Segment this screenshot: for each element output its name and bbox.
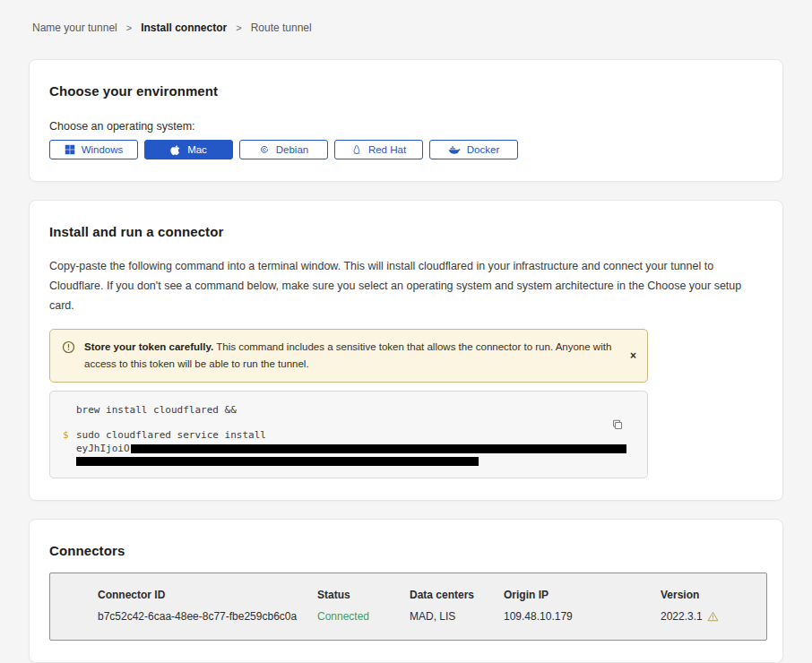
header-connector-id: Connector ID: [98, 589, 317, 601]
header-version: Version: [661, 589, 766, 601]
apple-icon: [170, 144, 181, 156]
environment-card: Choose your environment Choose an operat…: [29, 59, 783, 182]
header-data-centers: Data centers: [410, 589, 504, 601]
environment-card-title: Choose your environment: [49, 83, 763, 99]
redhat-linux-icon: [351, 144, 362, 156]
install-card-title: Install and run a connector: [49, 224, 763, 239]
os-button-docker[interactable]: Docker: [429, 140, 518, 159]
os-button-label: Docker: [467, 144, 499, 155]
connectors-card-title: Connectors: [49, 543, 763, 558]
prompt-gutter: [63, 404, 76, 418]
breadcrumb-step-route-tunnel[interactable]: Route tunnel: [251, 22, 312, 34]
os-button-mac[interactable]: Mac: [144, 140, 233, 159]
prompt-gutter: [63, 456, 76, 466]
connectors-card: Connectors Connector ID Status Data cent…: [29, 519, 783, 663]
os-button-group: Windows Mac Debian Red Hat Docker: [49, 140, 763, 159]
close-icon[interactable]: ×: [630, 350, 636, 361]
version-value: 2022.3.1: [661, 610, 766, 623]
data-centers-value: MAD, LIS: [410, 610, 504, 623]
token-warning-title: Store your token carefully.: [84, 341, 213, 352]
os-button-label: Red Hat: [368, 144, 406, 155]
token-prefix-text: eyJhIjoiO: [76, 443, 130, 454]
breadcrumb: Name your tunnel > Install connector > R…: [29, 0, 783, 34]
redacted-token-bar-2: [76, 457, 479, 466]
warning-triangle-icon: [707, 611, 719, 622]
connectors-table-header: Connector ID Status Data centers Origin …: [98, 589, 766, 601]
connector-row: b7c52c42-6caa-48ee-8c77-fbe259cb6c0a Con…: [98, 610, 766, 623]
install-description: Copy-paste the following command into a …: [49, 257, 763, 316]
os-button-debian[interactable]: Debian: [239, 140, 328, 159]
install-card: Install and run a connector Copy-paste t…: [29, 200, 783, 501]
code-line-brew: brew install cloudflared &&: [63, 404, 633, 418]
token-prefix: eyJhIjoiO: [76, 443, 626, 456]
breadcrumb-separator: >: [126, 22, 132, 33]
windows-icon: [65, 144, 75, 155]
connector-id-value: b7c52c42-6caa-48ee-8c77-fbe259cb6c0a: [98, 610, 317, 623]
install-command-codeblock: brew install cloudflared && $ sudo cloud…: [49, 391, 648, 479]
code-text: brew install cloudflared &&: [76, 404, 237, 418]
copy-icon[interactable]: [611, 418, 624, 434]
origin-ip-value: 109.48.10.179: [504, 610, 661, 623]
version-number: 2022.3.1: [661, 610, 703, 623]
page: Name your tunnel > Install connector > R…: [0, 0, 812, 663]
os-button-label: Windows: [82, 144, 124, 155]
os-select-label: Choose an operating system:: [49, 120, 763, 133]
connectors-table: Connector ID Status Data centers Origin …: [49, 573, 767, 641]
status-badge: Connected: [317, 610, 410, 623]
breadcrumb-step-name-tunnel[interactable]: Name your tunnel: [32, 22, 117, 34]
shell-prompt: $: [63, 429, 76, 443]
token-warning-text: Store your token carefully. This command…: [84, 339, 617, 373]
breadcrumb-step-install-connector[interactable]: Install connector: [141, 22, 227, 34]
code-line-token: eyJhIjoiO: [63, 443, 633, 456]
code-line-token-2: [63, 456, 633, 466]
code-text: sudo cloudflared service install: [76, 429, 266, 443]
debian-icon: [259, 144, 270, 155]
os-button-redhat[interactable]: Red Hat: [334, 140, 423, 159]
header-origin-ip: Origin IP: [504, 589, 661, 601]
header-status: Status: [317, 589, 410, 601]
os-button-windows[interactable]: Windows: [49, 140, 138, 159]
os-button-label: Debian: [276, 144, 308, 155]
prompt-gutter: [63, 443, 76, 456]
docker-icon: [448, 144, 461, 155]
redacted-token-bar: [131, 444, 626, 453]
breadcrumb-separator: >: [236, 22, 241, 33]
token-warning-banner: Store your token carefully. This command…: [49, 329, 648, 383]
code-line-install: $ sudo cloudflared service install: [63, 429, 633, 443]
code-blank-line: [63, 417, 633, 429]
alert-circle-icon: [62, 340, 75, 373]
os-button-label: Mac: [187, 144, 207, 155]
